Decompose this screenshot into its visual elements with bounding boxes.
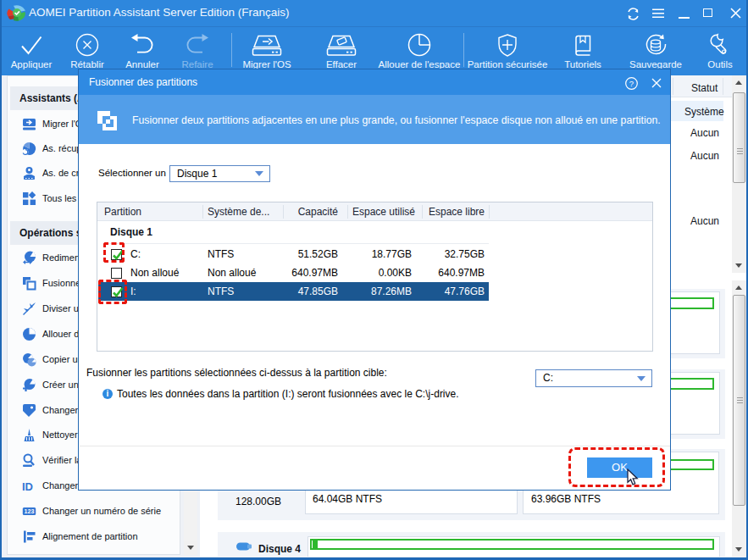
svg-text:ID: ID	[22, 480, 33, 493]
svg-text:123: 123	[25, 508, 35, 514]
svg-text:?: ?	[629, 79, 634, 88]
